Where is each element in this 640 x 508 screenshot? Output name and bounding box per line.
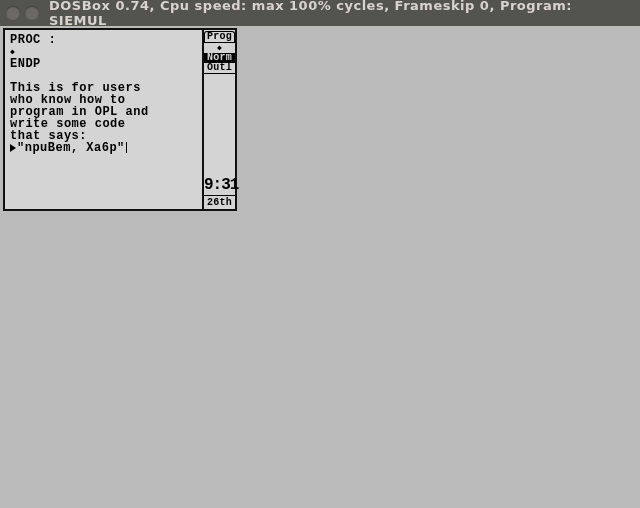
mode-outl[interactable]: Outl (204, 63, 235, 74)
window-buttons (6, 6, 39, 20)
window-title: DOSBox 0.74, Cpu speed: max 100% cycles,… (49, 0, 634, 28)
side-fill (204, 74, 235, 174)
tab-prog[interactable]: Prog (204, 31, 235, 42)
clock-display: 9:31 (204, 174, 235, 195)
close-icon[interactable] (6, 6, 20, 20)
text-cursor (126, 142, 127, 153)
input-line[interactable]: "npuBem, Xa6p" (10, 142, 197, 154)
side-tabrow: Prog (204, 30, 235, 42)
code-editor[interactable]: PROC : ◆ ENDP This is for users who know… (3, 28, 203, 211)
minimize-icon[interactable] (25, 6, 39, 20)
date-display: 26th (204, 195, 235, 209)
emulator-window: PROC : ◆ ENDP This is for users who know… (3, 28, 237, 211)
editor-line: PROC : (10, 34, 197, 46)
input-value: "npuBem, Xa6p" (17, 142, 125, 154)
workspace: PROC : ◆ ENDP This is for users who know… (0, 26, 640, 508)
side-panel: Prog ◆ Norm Outl 9:31 26th (203, 28, 237, 211)
editor-line: ENDP (10, 58, 197, 70)
prompt-caret-icon (10, 144, 16, 152)
window-titlebar: DOSBox 0.74, Cpu speed: max 100% cycles,… (0, 0, 640, 26)
